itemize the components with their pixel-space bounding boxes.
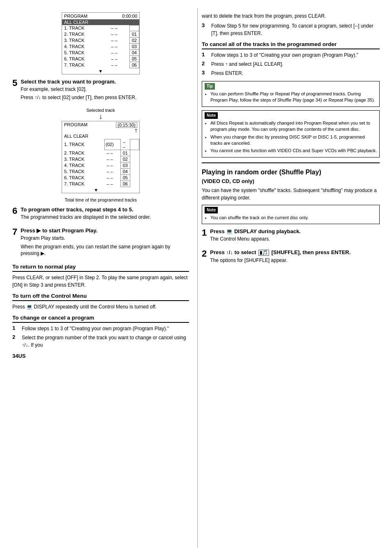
note-list-2: You can shuffle the track on the current… — [205, 215, 377, 221]
note-item: You can shuffle the track on the current… — [210, 215, 377, 221]
table-row: ▼ — [62, 68, 139, 74]
table-row: 6. TRACK – – 05 — [62, 56, 139, 62]
note-item: All Discs Repeat is automatically change… — [210, 120, 377, 133]
note-box-1: Note All Discs Repeat is automatically c… — [202, 110, 380, 158]
total-time-label: Total time of the programmed tracks — [12, 197, 189, 202]
shuffle-step-1-block: 1 Press 💻 DISPLAY during playback. The C… — [202, 228, 380, 244]
change-cancel-item-1: 1 Follow steps 1 to 3 of "Creating your … — [12, 325, 189, 332]
table-row: 3. TRACK – – 02 — [62, 156, 139, 162]
cancel-tracks-item-2: 2 Press ↑ and select [ALL CLEAR]. — [202, 60, 380, 68]
cancel-tracks-heading: To cancel all of the tracks in the progr… — [202, 41, 380, 49]
table-row: 7. TRACK – – 06 — [62, 181, 139, 187]
cancel-tracks-item-3: 3 Press ENTER. — [202, 70, 380, 77]
shuffle-step-1-number: 1 — [202, 228, 207, 237]
table-row: 7. TRACK – – 06 — [62, 62, 139, 68]
shuffle-step-2-body: The options for [SHUFFLE] appear. — [210, 257, 380, 264]
program-box-2: PROGRAM (0:15:30) T ALL CLEAR 1. TRACK (… — [62, 121, 140, 193]
step-6-title: To program other tracks, repeat steps 4 … — [21, 206, 189, 213]
cancel-tracks-section: To cancel all of the tracks in the progr… — [202, 41, 380, 77]
return-normal-text: Press CLEAR, or select [OFF] in Step 2. … — [12, 274, 189, 289]
step-7-title: Press ▶ to start Program Play. — [21, 227, 189, 234]
continued-text: want to delete the track from the progra… — [202, 12, 380, 20]
change-cancel-item-2: 2 Select the program number of the track… — [12, 334, 189, 349]
step-6-number: 6 — [12, 206, 17, 215]
right-step-3: 3 Follow Step 5 for new programming. To … — [202, 22, 380, 37]
prog-title-2: PROGRAM — [64, 122, 88, 128]
shuffle-step-1-body: The Control Menu appears. — [210, 236, 380, 243]
shuffle-step-1-title: Press 💻 DISPLAY during playback. — [210, 228, 380, 234]
divider — [202, 162, 380, 163]
note-label-1: Note — [205, 112, 218, 119]
page: PROGRAM 0:00:00 ALL CLEAR 1. TRACK – – 2… — [0, 0, 392, 556]
step-5-body-2: Press ↑/↓ to select [02] under [T], then… — [21, 94, 189, 101]
page-number: 34US — [12, 353, 189, 359]
table-row: 5. TRACK – – 04 — [62, 169, 139, 175]
note-item: When you change the disc by pressing DIS… — [210, 134, 377, 147]
step-5-title: Select the track you want to program. — [21, 79, 189, 85]
shuffle-intro: You can have the system "shuffle" tracks… — [202, 187, 380, 202]
table-row: 2. TRACK – – 01 — [62, 31, 139, 37]
selected-track-label: Selected track ↓ — [12, 108, 189, 120]
step-5-block: 5 Select the track you want to program. … — [12, 79, 189, 103]
change-cancel-section: To change or cancel a program 1 Follow s… — [12, 315, 189, 349]
step-6-body: The programmed tracks are displayed in t… — [21, 214, 189, 221]
turn-off-heading: To turn off the Control Menu — [12, 293, 189, 301]
prog-time-2: (0:15:30) — [116, 122, 137, 128]
shuffle-step-2-title: Press ↑/↓ to select ▮🎵 [SHUFFLE], then p… — [210, 249, 380, 256]
note-label-2: Note — [205, 207, 218, 213]
turn-off-text: Press 💻 DISPLAY repeatedly until the Con… — [12, 303, 189, 310]
note-box-2: Note You can shuffle the track on the cu… — [202, 205, 380, 224]
left-column: PROGRAM 0:00:00 ALL CLEAR 1. TRACK – – 2… — [0, 8, 197, 548]
table-row: 3. TRACK – – 02 — [62, 37, 139, 43]
return-normal-heading: To return to normal play — [12, 264, 189, 272]
table-row: 1. TRACK – – — [62, 25, 139, 31]
table-row: 1. TRACK (02) – – — [62, 139, 139, 150]
table-row: 4. TRACK – – 03 — [62, 43, 139, 49]
shuffle-step-2-block: 2 Press ↑/↓ to select ▮🎵 [SHUFFLE], then… — [202, 249, 380, 266]
step-5-number: 5 — [12, 79, 17, 88]
shuffle-heading: Playing in random order (Shuffle Play) — [202, 168, 380, 177]
right-column: want to delete the track from the progra… — [197, 8, 392, 548]
table-row: 2. TRACK – – 01 — [62, 150, 139, 156]
step-6-block: 6 To program other tracks, repeat steps … — [12, 206, 189, 222]
change-cancel-heading: To change or cancel a program — [12, 315, 189, 323]
note-item: You cannot use this function with VIDEO … — [210, 148, 377, 154]
step-5-body-1: For example, select track [02]. — [21, 86, 189, 93]
cancel-tracks-item-1: 1 Follow steps 1 to 3 of "Creating your … — [202, 51, 380, 59]
table-row: ▼ — [62, 187, 139, 193]
shuffle-subheading: (VIDEO CD, CD only) — [202, 178, 380, 184]
step-7-body2: When the program ends, you can restart t… — [21, 243, 189, 257]
table-row: 5. TRACK – – 04 — [62, 49, 139, 56]
step-7-block: 7 Press ▶ to start Program Play. Program… — [12, 227, 189, 259]
program-box-1: PROGRAM 0:00:00 ALL CLEAR 1. TRACK – – 2… — [62, 12, 140, 74]
table-row: 6. TRACK – – 05 — [62, 175, 139, 181]
tip-list: You can perform Shuffle Play or Repeat P… — [205, 91, 377, 104]
prog-time-1: 0:00:00 — [122, 14, 137, 19]
tip-label: Tip — [205, 83, 215, 90]
table-row: ALL CLEAR — [62, 133, 139, 139]
tip-box: Tip You can perform Shuffle Play or Repe… — [202, 81, 380, 107]
table-row: 4. TRACK – – 03 — [62, 162, 139, 169]
turn-off-section: To turn off the Control Menu Press 💻 DIS… — [12, 293, 189, 310]
prog-title-1: PROGRAM — [64, 14, 88, 19]
table-row: ALL CLEAR — [62, 19, 139, 25]
tip-item: You can perform Shuffle Play or Repeat P… — [210, 91, 377, 104]
return-normal-section: To return to normal play Press CLEAR, or… — [12, 264, 189, 289]
note-list-1: All Discs Repeat is automatically change… — [205, 120, 377, 154]
shuffle-step-2-number: 2 — [202, 249, 207, 258]
step-7-number: 7 — [12, 227, 17, 236]
step-7-body1: Program Play starts. — [21, 235, 189, 242]
